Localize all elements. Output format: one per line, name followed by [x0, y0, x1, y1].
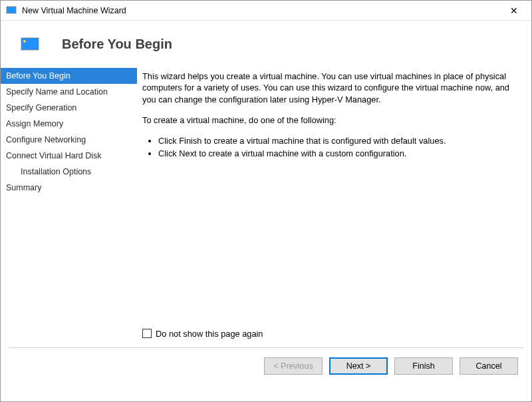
close-button[interactable]: ✕	[501, 1, 527, 20]
close-icon: ✕	[510, 5, 518, 16]
svg-point-4	[23, 40, 26, 43]
nav-assign-memory[interactable]: Assign Memory	[1, 116, 137, 132]
nav-item-label: Specify Generation	[6, 103, 76, 112]
titlebar: New Virtual Machine Wizard ✕	[1, 1, 531, 21]
nav-installation-options[interactable]: Installation Options	[1, 164, 137, 180]
page-title: Before You Begin	[62, 37, 172, 52]
wizard-icon	[21, 37, 39, 52]
instruction-list: Click Finish to create a virtual machine…	[142, 135, 517, 160]
nav-item-label: Before You Begin	[6, 71, 70, 81]
wizard-header: Before You Begin	[1, 21, 531, 68]
instruction-bullet-finish: Click Finish to create a virtual machine…	[158, 135, 517, 146]
window-title: New Virtual Machine Wizard	[22, 6, 501, 15]
app-icon	[6, 5, 17, 16]
cancel-button[interactable]: Cancel	[460, 357, 518, 375]
nav-connect-vhd[interactable]: Connect Virtual Hard Disk	[1, 148, 137, 164]
wizard-nav: Before You Begin Specify Name and Locati…	[1, 68, 137, 347]
dont-show-again-row: Do not show this page again	[142, 328, 263, 339]
nav-item-label: Assign Memory	[6, 119, 63, 128]
nav-item-label: Summary	[6, 183, 41, 192]
wizard-content: This wizard helps you create a virtual m…	[137, 68, 531, 347]
next-button[interactable]: Next >	[329, 357, 388, 375]
dont-show-again-label: Do not show this page again	[156, 328, 263, 339]
instruction-paragraph: To create a virtual machine, do one of t…	[142, 114, 517, 126]
dont-show-again-checkbox[interactable]	[142, 329, 152, 338]
instruction-bullet-next: Click Next to create a virtual machine w…	[158, 148, 517, 159]
nav-item-label: Specify Name and Location	[6, 87, 108, 97]
nav-configure-networking[interactable]: Configure Networking	[1, 132, 137, 148]
nav-item-label: Connect Virtual Hard Disk	[6, 151, 102, 160]
previous-button: < Previous	[264, 357, 323, 375]
nav-summary[interactable]: Summary	[1, 180, 137, 196]
intro-paragraph: This wizard helps you create a virtual m…	[142, 71, 517, 105]
nav-item-label: Configure Networking	[6, 135, 86, 144]
svg-rect-2	[21, 38, 39, 50]
wizard-button-row: < Previous Next > Finish Cancel	[1, 348, 531, 375]
finish-button[interactable]: Finish	[394, 357, 453, 375]
nav-specify-name-location[interactable]: Specify Name and Location	[1, 84, 137, 100]
svg-rect-0	[7, 7, 16, 13]
nav-before-you-begin[interactable]: Before You Begin	[1, 68, 137, 84]
nav-specify-generation[interactable]: Specify Generation	[1, 100, 137, 116]
nav-item-label: Installation Options	[21, 167, 91, 176]
wizard-body: Before You Begin Specify Name and Locati…	[1, 68, 531, 347]
